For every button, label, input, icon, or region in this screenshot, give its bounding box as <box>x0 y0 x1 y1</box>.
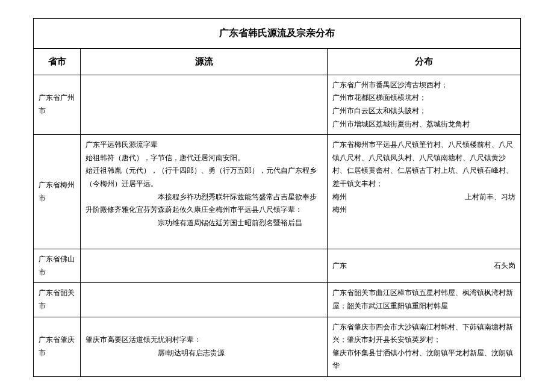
source-cell: 肇庆市高要区活道镇无忧洞村字辈：孱ⅰ朝达明有启志贵源 <box>81 317 328 376</box>
province-cell: 广东省肇庆市 <box>34 317 81 376</box>
table-row: 广东省韶关市 广东省韶关市曲江区樟市镇五星村韩屋、枫湾镇枫湾村新屋；韶关市武江区… <box>34 283 521 317</box>
source-cell: 广东平远韩氏源流字辈始祖韩符（唐代），字节信，唐代迁居河南安阳。始迁祖韩胤（元代… <box>81 135 328 249</box>
distribution-cell: 广东省梅州市平远县八尺镇筀竹村、八尺镇楼前村、八尺镇八尺村、八尺镇凤头村、八尺镇… <box>328 135 521 249</box>
header-distribution: 分布 <box>328 48 521 75</box>
distribution-cell: 广东省广州市番禺区沙湾古坝西村；广州市花都区梯面镇横坑村；广州市白云区太和镇头陂… <box>328 75 521 134</box>
province-cell: 广东省佛山市 <box>34 249 81 283</box>
title-row: 广东省韩氏源流及宗亲分布 <box>34 19 521 49</box>
table-row: 广东省佛山市 广东石头岗 <box>34 249 521 283</box>
distribution-cell: 广东省肇庆市四会市大沙镇南江村韩村、下茆镇南塘村新兴；肇庆市封开县长安镇英罗村；… <box>328 317 521 376</box>
table-row: 广东省广州市 广东省广州市番禺区沙湾古坝西村；广州市花都区梯面镇横坑村；广州市白… <box>34 75 521 134</box>
distribution-cell: 广东石头岗 <box>328 249 521 283</box>
source-cell <box>81 283 328 317</box>
genealogy-table: 广东省韩氏源流及宗亲分布 省市 源流 分布 广东省广州市 广东省广州市番禺区沙湾… <box>33 18 521 377</box>
table-title: 广东省韩氏源流及宗亲分布 <box>34 19 521 49</box>
source-cell <box>81 249 328 283</box>
province-cell: 广东省韶关市 <box>34 283 81 317</box>
province-cell: 广东省梅州市 <box>34 135 81 249</box>
table-row: 广东省肇庆市 肇庆市高要区活道镇无忧洞村字辈：孱ⅰ朝达明有启志贵源 广东省肇庆市… <box>34 317 521 376</box>
header-row: 省市 源流 分布 <box>34 48 521 75</box>
source-cell <box>81 75 328 134</box>
distribution-cell: 广东省韶关市曲江区樟市镇五星村韩屋、枫湾镇枫湾村新屋；韶关市武江区重阳镇重阳村韩… <box>328 283 521 317</box>
header-source: 源流 <box>81 48 328 75</box>
province-cell: 广东省广州市 <box>34 75 81 134</box>
table-row: 广东省梅州市 广东平远韩氏源流字辈始祖韩符（唐代），字节信，唐代迁居河南安阳。始… <box>34 135 521 249</box>
header-province: 省市 <box>34 48 81 75</box>
